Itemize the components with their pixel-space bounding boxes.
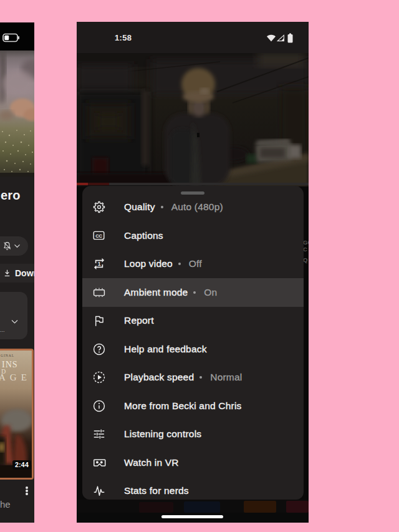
svg-text:AGE: AGE	[0, 372, 31, 382]
svg-text:GINAL: GINAL	[1, 354, 14, 357]
svg-text:1: 1	[98, 261, 101, 267]
svg-text:CC: CC	[95, 233, 102, 239]
